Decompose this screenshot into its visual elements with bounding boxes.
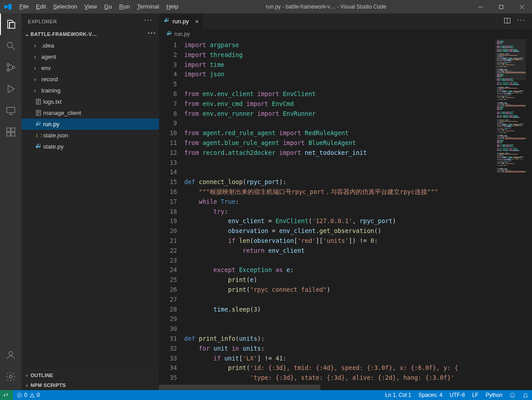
folder-item[interactable]: ›training — [22, 85, 159, 96]
line-gutter: 1234567891011121314151617181920212223242… — [159, 39, 184, 385]
file-tree: ›.idea›agent›env›record›traininglogs.txt… — [22, 39, 159, 152]
encoding-status[interactable]: UTF-8 — [446, 392, 469, 398]
sidebar-more-icon[interactable]: ··· — [144, 18, 153, 22]
svg-text:{ }: { } — [35, 133, 41, 138]
sidebar: EXPLORER ··· ⌄ BATTLE-FRAMEWORK-V… ··· ›… — [22, 13, 159, 390]
minimap-viewport[interactable] — [495, 39, 526, 80]
chevron-right-icon: › — [34, 88, 40, 94]
svg-point-29 — [37, 144, 38, 145]
sidebar-title: EXPLORER — [28, 19, 57, 24]
chevron-right-icon: › — [34, 65, 40, 71]
npm-title: NPM SCRIPTS — [31, 382, 66, 388]
titlebar: FileEditSelectionViewGoRunTerminalHelp r… — [0, 0, 532, 13]
svg-point-17 — [9, 352, 13, 355]
svg-rect-14 — [7, 132, 10, 136]
python-icon — [164, 18, 170, 25]
py-icon — [34, 121, 42, 127]
outline-header[interactable]: › OUTLINE — [22, 370, 159, 380]
tab-label: run.py — [173, 18, 189, 25]
cursor-position[interactable]: Ln 1, Col 1 — [381, 392, 415, 398]
editor-more-icon[interactable]: ··· — [517, 18, 526, 22]
python-icon — [166, 31, 173, 38]
workspace-header[interactable]: ⌄ BATTLE-FRAMEWORK-V… ··· — [22, 29, 159, 39]
editor-actions: ··· — [504, 13, 532, 29]
svg-point-27 — [37, 122, 38, 122]
window-controls — [470, 0, 532, 13]
text-icon — [34, 110, 42, 116]
menu-run[interactable]: Run — [115, 0, 133, 13]
file-item[interactable]: manage_client — [22, 107, 159, 119]
breadcrumb[interactable]: run.py — [159, 29, 532, 39]
main-split: EXPLORER ··· ⌄ BATTLE-FRAMEWORK-V… ··· ›… — [0, 13, 532, 390]
debug-icon[interactable] — [0, 78, 22, 100]
svg-rect-16 — [11, 128, 15, 132]
search-icon[interactable] — [0, 35, 22, 57]
breadcrumb-item: run.py — [174, 31, 190, 37]
menu-terminal[interactable]: Terminal — [133, 0, 163, 13]
svg-point-18 — [9, 375, 12, 378]
file-item[interactable]: { }state.json — [22, 130, 159, 141]
workspace-name: BATTLE-FRAMEWORK-V… — [31, 31, 97, 37]
folder-item[interactable]: ›env — [22, 62, 159, 74]
chevron-right-icon: › — [34, 54, 40, 60]
file-item[interactable]: logs.txt — [22, 96, 159, 107]
chevron-right-icon: › — [23, 382, 31, 388]
explorer-icon[interactable] — [0, 13, 22, 35]
workspace-actions[interactable]: ··· — [148, 31, 156, 35]
language-status[interactable]: Python — [482, 392, 506, 398]
svg-rect-10 — [7, 107, 15, 113]
outline-title: OUTLINE — [31, 373, 53, 378]
workspace-pane: ⌄ BATTLE-FRAMEWORK-V… ··· ›.idea›agent›e… — [22, 29, 159, 152]
problems-status[interactable]: 0 0 — [13, 392, 43, 398]
svg-rect-13 — [7, 128, 10, 132]
svg-rect-15 — [11, 132, 15, 136]
editor-body[interactable]: 1234567891011121314151617181920212223242… — [159, 39, 532, 385]
vscode-logo-icon — [0, 3, 16, 11]
minimap[interactable] — [495, 39, 526, 385]
file-item[interactable]: state.py — [22, 141, 159, 152]
scm-icon[interactable] — [0, 57, 22, 78]
close-icon[interactable]: × — [195, 18, 199, 25]
npm-pane: › NPM SCRIPTS — [22, 380, 159, 390]
svg-point-7 — [7, 69, 9, 71]
folder-item[interactable]: ›record — [22, 74, 159, 85]
close-button[interactable] — [511, 0, 532, 13]
menu-edit[interactable]: Edit — [32, 0, 49, 13]
folder-item[interactable]: ›.idea — [22, 40, 159, 51]
menu-selection[interactable]: Selection — [49, 0, 80, 13]
menu-view[interactable]: View — [81, 0, 101, 13]
py-icon — [34, 143, 42, 150]
svg-point-37 — [510, 393, 515, 397]
extensions-icon[interactable] — [0, 121, 22, 143]
feedback-icon[interactable] — [506, 392, 519, 398]
npm-header[interactable]: › NPM SCRIPTS — [22, 380, 159, 390]
split-editor-icon[interactable] — [504, 17, 511, 26]
settings-gear-icon[interactable] — [0, 366, 22, 387]
chevron-right-icon: › — [34, 43, 40, 49]
code-area[interactable]: import argparseimport threadingimport ti… — [184, 39, 532, 385]
remote-icon[interactable] — [0, 100, 22, 121]
chevron-right-icon: › — [34, 76, 40, 83]
file-item[interactable]: run.py — [22, 119, 159, 130]
tabs-bar: run.py × ··· — [159, 13, 532, 29]
menu-go[interactable]: Go — [101, 0, 115, 13]
eol-status[interactable]: LF — [469, 392, 482, 398]
menu-help[interactable]: Help — [163, 0, 182, 13]
editor-column: run.py × ··· run.py 12345678910111213141… — [159, 13, 532, 390]
horizontal-scrollbar[interactable] — [159, 385, 495, 390]
status-bar: 0 0 Ln 1, Col 1 Spaces: 4 UTF-8 LF Pytho… — [0, 390, 532, 400]
minimize-button[interactable] — [470, 0, 491, 13]
notifications-icon[interactable] — [519, 392, 532, 398]
indentation-status[interactable]: Spaces: 4 — [415, 392, 446, 398]
folder-item[interactable]: ›agent — [22, 51, 159, 62]
remote-indicator[interactable] — [0, 390, 13, 400]
svg-point-6 — [7, 64, 9, 66]
maximize-button[interactable] — [491, 0, 511, 13]
chevron-right-icon: › — [23, 373, 31, 378]
accounts-icon[interactable] — [0, 344, 22, 366]
chevron-down-icon: ⌄ — [23, 31, 31, 37]
svg-line-5 — [12, 47, 15, 50]
menu-file[interactable]: File — [16, 0, 32, 13]
svg-point-8 — [13, 66, 15, 69]
tab-run-py[interactable]: run.py × — [159, 13, 204, 29]
